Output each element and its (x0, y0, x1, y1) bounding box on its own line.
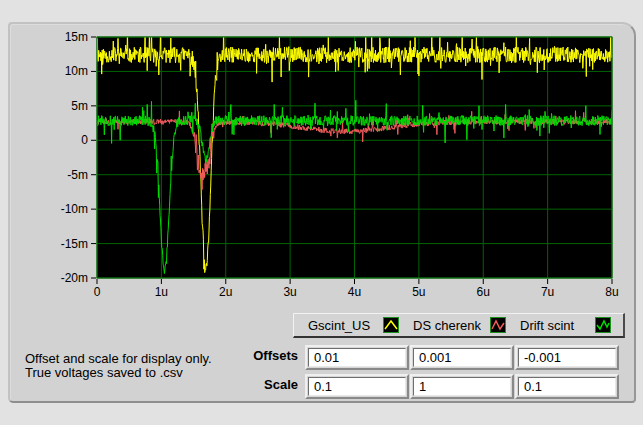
scale-label: Scale (210, 377, 298, 392)
offset-input-gscint-us[interactable] (308, 348, 406, 367)
legend-entry-gscint-us: Gscint_US (308, 317, 399, 333)
y-tick-label: -10m (61, 202, 88, 216)
note-line-1: Offset and scale for display only. (25, 352, 212, 366)
x-tick-label: 2u (219, 285, 232, 299)
legend-label: Drift scint (520, 318, 595, 333)
x-tick-label: 6u (477, 285, 490, 299)
plot-legend: Gscint_US DS cherenk Drift scint (293, 313, 625, 338)
scale-input-drift-scint[interactable] (518, 377, 616, 396)
legend-label: Gscint_US (308, 318, 383, 333)
scale-input-ds-cherenk[interactable] (413, 377, 511, 396)
y-tick-label: -5m (67, 168, 88, 182)
legend-entry-drift-scint: Drift scint (520, 317, 611, 333)
y-tick-label: 15m (65, 30, 88, 44)
y-tick-label: 0 (81, 133, 88, 147)
offset-input-ds-cherenk[interactable] (413, 348, 511, 367)
plot-style-icon[interactable] (595, 317, 611, 333)
x-tick-label: 7u (541, 285, 554, 299)
x-tick-label: 1u (155, 285, 168, 299)
scale-field-drift-scint (515, 374, 619, 399)
scale-field-ds-cherenk (410, 374, 514, 399)
x-tick-label: 5u (412, 285, 425, 299)
legend-entry-ds-cherenk: DS cherenk (413, 317, 506, 333)
plot-style-icon[interactable] (490, 317, 506, 333)
y-tick-label: 5m (71, 99, 88, 113)
plot-style-icon[interactable] (383, 317, 399, 333)
scale-field-gscint-us (305, 374, 409, 399)
y-tick-label: 10m (65, 64, 88, 78)
x-tick-label: 0 (94, 285, 101, 299)
offsets-label: Offsets (210, 348, 298, 363)
offset-field-ds-cherenk (410, 345, 514, 370)
y-tick-label: -20m (61, 271, 88, 285)
note-line-2: True voltages saved to .csv (25, 366, 212, 380)
offset-input-drift-scint[interactable] (518, 348, 616, 367)
x-tick-label: 8u (605, 285, 618, 299)
legend-label: DS cherenk (413, 318, 490, 333)
x-tick-label: 3u (283, 285, 296, 299)
offset-field-gscint-us (305, 345, 409, 370)
offset-field-drift-scint (515, 345, 619, 370)
scale-input-gscint-us[interactable] (308, 377, 406, 396)
screen: 15m10m5m0-5m-10m-15m-20m01u2u3u4u5u6u7u8… (0, 0, 643, 425)
y-tick-label: -15m (61, 237, 88, 251)
display-note: Offset and scale for display only. True … (25, 352, 212, 380)
x-tick-label: 4u (348, 285, 361, 299)
